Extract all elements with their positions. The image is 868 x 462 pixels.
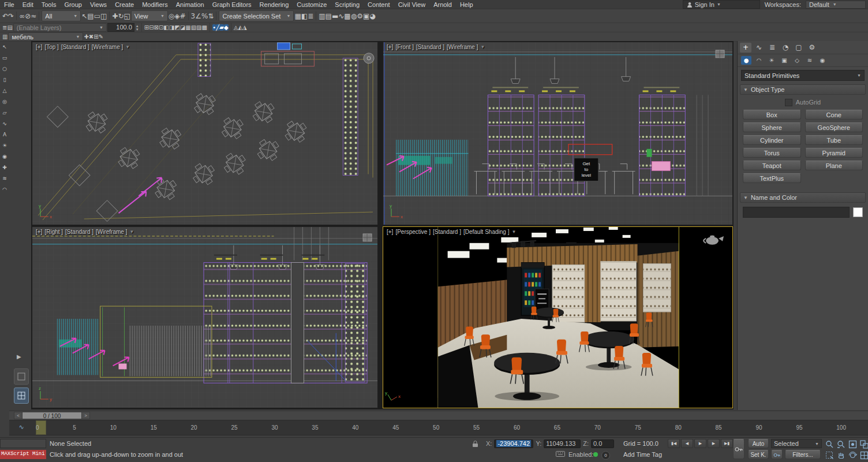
menu-item[interactable]: Tools [38,1,61,8]
object-type-button[interactable]: Sphere [743,122,801,132]
viewport-background-icon[interactable]: ▦ [185,24,190,31]
menu-item[interactable]: Rendering [256,1,293,8]
object-type-button[interactable]: Plane [805,161,863,170]
menu-item[interactable]: Animation [172,1,208,8]
menu-item[interactable]: Group [60,1,86,8]
selection-filter-icon[interactable]: ◮ [242,24,247,31]
xview-icon[interactable]: ⊠ [154,24,159,31]
helpers-category[interactable]: ◇ [792,56,802,65]
viewport-general-menu[interactable]: [+] [387,229,393,235]
bind-to-space-warp-icon[interactable]: ≈ [31,12,36,20]
viewport-label-menu-arrow[interactable]: ▼ [129,229,134,235]
x-coordinate-field[interactable]: -23904.742 [494,439,533,448]
pan-icon[interactable] [836,450,847,460]
viewport-style-menu[interactable]: [Standard ] [65,229,93,235]
viewport-general-menu[interactable]: [+] [387,44,393,50]
layer-explorer-toggle-icon[interactable]: ▤ [7,24,12,31]
viewport-label-menu-arrow[interactable]: ▼ [511,229,516,235]
edged-faces-icon[interactable]: ⊟ [149,24,154,31]
menu-item[interactable]: Customize [293,1,331,8]
key-filters-button[interactable]: Filters... [785,450,821,459]
motion-tab[interactable]: ◔ [780,43,791,53]
layer-percent-spinner[interactable]: 100.0 ▲▼ [107,23,139,32]
create-line-icon[interactable]: ∿ [1,120,9,128]
layer-dropdown[interactable]: мебель▼ [8,32,83,41]
create-spacewarp-icon[interactable]: ≋ [1,175,9,182]
zoom-icon[interactable] [824,439,835,449]
auto-key-button[interactable]: Auto [748,439,769,448]
create-camera-icon[interactable]: ◉ [1,153,9,161]
object-type-button[interactable]: GeoSphere [805,122,863,132]
trackbar-expand-arrow[interactable]: ▶ [17,353,21,360]
select-and-link-icon[interactable]: ∞ [19,12,25,20]
grid-gizmo[interactable] [363,234,372,241]
create-layer-icon[interactable]: ✚ [84,33,88,40]
render-production-icon[interactable]: ◕ [369,12,375,20]
zoom-extents-all-icon[interactable] [859,439,868,449]
lights-category[interactable]: ☀ [766,56,777,65]
zoom-region-icon[interactable] [824,450,835,460]
rectangular-selection-region-icon[interactable]: ▭ [94,12,100,20]
shade-selected-icon[interactable]: ⊞ [144,24,149,31]
create-cylinder-icon[interactable]: ▯ [1,76,9,84]
track-bar[interactable]: ∿ 05101520253035404550556065707580859095… [9,420,868,435]
units-setup-icon[interactable]: ▨ [196,24,201,31]
render-setup-icon[interactable]: ⚙ [357,12,363,20]
previous-frame-arrow[interactable]: < [14,412,23,419]
go-to-end-button[interactable]: ▶▮ [721,439,733,448]
viewport-top[interactable]: y x [+] [Top ] [Standard ] [Wireframe ] … [32,42,378,225]
keyboard-shortcut-override-icon[interactable]: # [180,12,186,20]
z-coordinate-field[interactable]: 0.0 [591,439,614,448]
object-type-button[interactable]: Pyramid [805,148,863,158]
add-to-layer-icon[interactable]: ⊞ [93,33,98,40]
menu-item[interactable]: Civil View [394,1,429,8]
viewport-pov-menu[interactable]: [Top ] [44,44,58,50]
systems-category[interactable]: ◉ [817,56,828,65]
viewport-pov-menu[interactable]: [Right ] [44,229,63,235]
workspaces-select[interactable]: Default ▼ [806,1,866,9]
create-plane-icon[interactable]: ▱ [1,109,9,117]
add-time-tag[interactable]: Add Time Tag [623,451,662,458]
object-type-rollout[interactable]: ▼ Object Type [740,84,866,95]
menu-item[interactable]: File [0,1,18,8]
menu-item[interactable]: Help [456,1,477,8]
object-type-button[interactable]: Cone [805,110,863,120]
window-crossing-toggle-icon[interactable]: ◫ [100,12,107,20]
name-and-color-rollout[interactable]: ▼ Name and Color [740,192,866,203]
menu-item[interactable]: Create [111,1,138,8]
measure-icon[interactable]: ▩ [202,24,207,31]
viewport-pov-menu[interactable]: [Perspective ] [395,229,431,235]
element-mode-icon[interactable]: ◆ [224,24,229,31]
viewport-label-menu-arrow[interactable]: ▼ [125,44,130,50]
display-floater-icon[interactable]: ◩ [174,24,179,31]
viewport-shading-menu[interactable]: [Wireframe ] [96,229,127,235]
maxscript-macro-recorder[interactable] [0,439,46,448]
create-bone-icon[interactable]: ◠ [1,186,9,193]
maxscript-mini-listener[interactable]: MAXScript Mini [0,450,46,459]
viewport-shading-menu[interactable]: [Default Shading ] [463,229,510,235]
object-type-button[interactable]: TextPlus [743,173,801,183]
viewport-general-menu[interactable]: [+] [36,44,42,50]
status-enabled-dot[interactable] [593,452,598,457]
create-torus-icon[interactable]: ◎ [1,98,9,106]
use-pivot-point-center-icon[interactable]: ◎ [169,12,174,20]
undo-icon[interactable]: ↶ [2,12,8,20]
degradation-toggle[interactable]: 0 [601,451,610,460]
paint-selection-icon[interactable]: ◭ [238,24,242,31]
spinner-snap-icon[interactable]: ⇅ [208,12,214,20]
mirror-icon[interactable]: ◧ [301,12,308,20]
layout-tab-quad[interactable] [14,388,29,404]
display-tab[interactable]: ▢ [793,43,805,53]
next-frame-arrow[interactable]: > [81,412,90,419]
utilities-tab[interactable]: ⚙ [806,43,818,53]
selected-set-dropdown[interactable]: Selected ▼ [771,439,822,448]
cameras-category[interactable]: ▣ [779,56,790,65]
align-icon[interactable]: ≣ [308,12,313,20]
viewport-label-menu-arrow[interactable]: ▼ [480,44,485,50]
time-slider-handle[interactable]: 0 / 100 [23,412,81,419]
schematic-view-icon[interactable]: ▩ [344,12,350,20]
viewport-general-menu[interactable]: [+] [36,229,42,235]
menu-item[interactable]: Arnold [429,1,456,8]
object-type-button[interactable]: Box [743,110,801,120]
top-viewport-canvas[interactable]: y x [32,42,377,225]
